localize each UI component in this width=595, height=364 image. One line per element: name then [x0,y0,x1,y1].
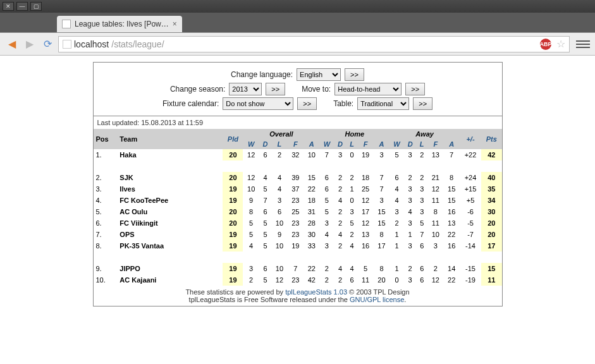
th-d[interactable]: D [408,140,413,148]
th-f[interactable]: F [433,140,438,148]
cell: 5 [259,240,271,252]
th-a[interactable]: A [449,140,454,148]
cell: 1 [390,229,404,240]
back-icon[interactable]: ◀ [5,37,19,51]
fixture-select[interactable]: Do not show [223,97,293,110]
window-minimize-button[interactable]: — [16,2,28,11]
fixture-label: Fixture calendar: [163,99,219,108]
team-link[interactable]: SJK [120,174,133,181]
cell: 19 [223,240,243,252]
cell: 13 [427,149,443,161]
forward-icon[interactable]: ▶ [23,37,37,51]
cell: 12 [357,217,373,229]
th-l[interactable]: L [420,140,424,148]
language-go-button[interactable]: >> [345,68,364,81]
team-link[interactable]: JIPPO [120,265,140,272]
moveto-select[interactable]: Head-to-head [334,83,402,95]
cell: 2 [416,149,427,161]
cell: 42 [304,274,319,286]
cell: 2 [334,206,346,217]
team-link[interactable]: FC KooTeePee [120,197,168,204]
cell: 17 [481,240,501,252]
cell: 5 [357,263,373,274]
cell: 14 [443,263,459,274]
cell: 5 [347,217,358,229]
cell: 8 [427,206,443,217]
team-link[interactable]: AC Oulu [120,208,147,215]
season-select[interactable]: 2013 [229,83,262,95]
th-pld[interactable]: Pld [228,135,238,143]
th-pm[interactable]: +/- [466,135,474,143]
cell: 1 [347,183,358,195]
cell: 10 [271,263,287,274]
table-row: 1.Haka2012623210730193532137+2242 [94,149,502,161]
browser-tab[interactable]: League tables: Ilves [Pow… × [57,16,182,32]
cell: 4 [334,195,346,206]
th-pts[interactable]: Pts [486,135,497,143]
cell: 7 [288,263,304,274]
cell: 5 [259,217,271,229]
team-link[interactable]: OPS [120,231,134,238]
url-host: localhost [74,39,109,49]
th-w[interactable]: W [324,140,330,148]
team-link[interactable]: PK-35 Vantaa [120,242,164,250]
cell: 2 [243,274,259,286]
cell: 16 [443,206,459,217]
language-select[interactable]: English [297,68,341,81]
hamburger-menu-icon[interactable] [576,37,590,51]
cell: 5 [243,229,259,240]
tab-title: League tables: Ilves [Pow… [75,20,169,28]
team-link[interactable]: Ilves [120,185,135,193]
footer-text-2c: . [404,296,406,303]
cell: 4 [319,229,334,240]
moveto-go-button[interactable]: >> [405,83,425,95]
footer-text-1a: These statistics are powered by [185,288,285,296]
th-f[interactable]: F [364,140,368,148]
cell: 6 [319,172,334,183]
url-bar[interactable]: localhost/stats/league/ ABP ☆ [58,36,570,52]
tab-close-icon[interactable]: × [173,20,177,28]
th-d[interactable]: D [338,140,343,148]
th-l[interactable]: L [278,140,282,148]
cell: 5 [390,149,404,161]
team-link[interactable]: FC Viikingit [120,219,157,227]
cell: 0 [347,195,358,206]
fixture-go-button[interactable]: >> [297,97,317,110]
cell: 7 [374,183,390,195]
titlebar: ✕ — ▢ [0,0,595,13]
table-select[interactable]: Traditional [357,97,409,110]
cell: 20 [223,217,243,229]
browser-tabstrip: League tables: Ilves [Pow… × [0,13,595,33]
window-close-button[interactable]: ✕ [3,2,14,11]
season-go-button[interactable]: >> [266,83,285,95]
table-go-button[interactable]: >> [413,97,432,110]
th-w[interactable]: W [248,140,254,148]
cell: 4 [390,195,404,206]
cell: 3 [404,240,416,252]
cell: 4 [390,183,404,195]
footer-link-product[interactable]: tplLeagueStats 1.03 [285,288,347,296]
cell: 4 [334,263,346,274]
th-a[interactable]: A [309,140,314,148]
th-d[interactable]: D [263,140,268,148]
cell: 3 [374,195,390,206]
table-row: 2.SJK2012443915622187622218+2440 [94,172,502,183]
th-l[interactable]: L [350,140,354,148]
footer-link-license[interactable]: GNU/GPL license [350,296,404,303]
cell: 30 [304,229,319,240]
cell: 22 [443,229,459,240]
abp-icon[interactable]: ABP [540,39,551,50]
th-w[interactable]: W [393,140,400,148]
cell: 22 [443,274,459,286]
cell: 5 [319,206,334,217]
window-maximize-button[interactable]: ▢ [30,2,42,11]
team-link[interactable]: Haka [120,151,136,159]
team-link[interactable]: AC Kajaani [120,276,156,284]
cell: -19 [460,274,481,286]
bookmark-star-icon[interactable]: ☆ [556,38,565,50]
cell: 5 [243,217,259,229]
reload-icon[interactable]: ⟳ [40,37,54,51]
th-a[interactable]: A [379,140,384,148]
th-f[interactable]: F [293,140,298,148]
cell: 3 [404,195,416,206]
